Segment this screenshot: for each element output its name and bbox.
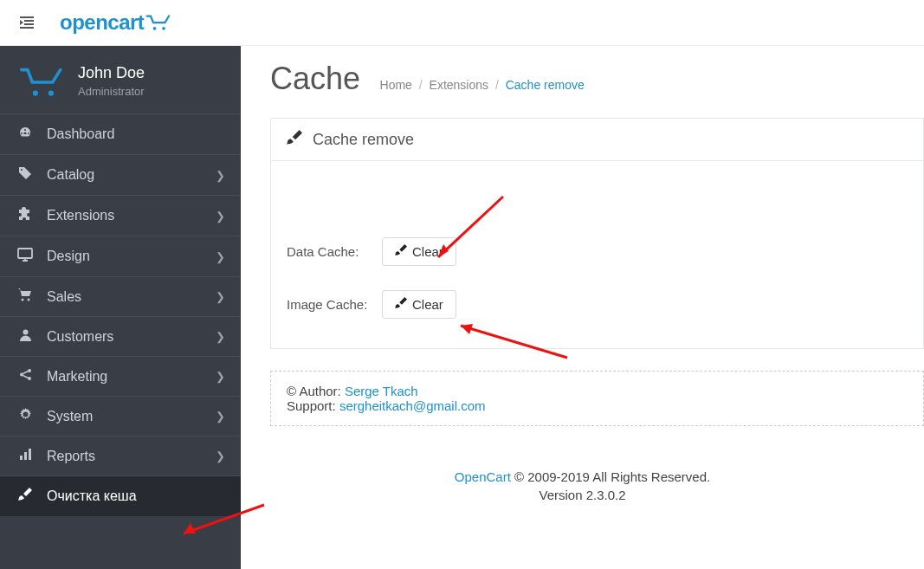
menu-indent-icon <box>20 16 34 29</box>
author-prefix: © Author: <box>287 384 345 398</box>
logo-text-open: open <box>60 10 107 34</box>
brush-icon <box>395 297 407 312</box>
chevron-right-icon: ❯ <box>216 410 225 423</box>
tag-icon <box>16 166 35 184</box>
sidebar-item-customers[interactable]: Customers ❯ <box>0 316 241 356</box>
panel-title: Cache remove <box>313 131 414 149</box>
breadcrumb-home[interactable]: Home <box>380 78 412 92</box>
clear-image-cache-button[interactable]: Clear <box>382 290 456 319</box>
sidebar-item-reports[interactable]: Reports ❯ <box>0 436 241 475</box>
sidebar-item-catalog[interactable]: Catalog ❯ <box>0 154 241 195</box>
support-link[interactable]: sergheitkach@gmail.com <box>339 398 486 413</box>
svg-point-1 <box>162 27 165 30</box>
sidebar-item-label: Marketing <box>47 369 107 385</box>
sidebar-item-sales[interactable]: Sales ❯ <box>0 276 241 316</box>
sidebar-item-marketing[interactable]: Marketing ❯ <box>0 356 241 396</box>
chevron-right-icon: ❯ <box>216 210 225 223</box>
cart-small-icon <box>16 288 35 305</box>
share-icon <box>16 368 35 385</box>
sidebar: John Doe Administrator Dashboard Catalog… <box>0 46 241 569</box>
profile-role: Administrator <box>78 85 145 98</box>
monitor-icon <box>16 248 35 265</box>
sidebar-item-label: Extensions <box>47 208 114 223</box>
profile-block: John Doe Administrator <box>0 46 241 113</box>
logo-text-cart: cart <box>107 10 144 34</box>
support-prefix: Support: <box>287 398 339 413</box>
image-cache-label: Image Cache: <box>287 297 373 312</box>
sidebar-item-label: Design <box>47 249 90 264</box>
sidebar-item-label: Dashboard <box>47 126 114 142</box>
data-cache-label: Data Cache: <box>287 244 373 259</box>
svg-rect-4 <box>18 249 32 258</box>
svg-point-7 <box>23 330 28 335</box>
svg-point-0 <box>153 27 157 30</box>
chevron-right-icon: ❯ <box>216 449 225 462</box>
footer-version: Version 2.3.0.2 <box>241 488 924 502</box>
sidebar-item-extensions[interactable]: Extensions ❯ <box>0 195 241 236</box>
brush-icon <box>287 130 302 149</box>
breadcrumb: Home / Extensions / Cache remove <box>380 78 585 92</box>
sidebar-item-label: Customers <box>47 329 113 345</box>
author-link[interactable]: Serge Tkach <box>345 384 418 398</box>
svg-point-3 <box>48 90 54 95</box>
panel-cache-remove: Cache remove Data Cache: Clear Image Cac… <box>270 118 924 349</box>
logo-link[interactable]: opencart <box>60 10 171 35</box>
footer-rights: OpenCart © 2009-2019 All Rights Reserved… <box>241 469 924 484</box>
sidebar-item-cache-clear[interactable]: Очистка кеша <box>0 475 241 516</box>
clear-button-label: Clear <box>412 297 443 312</box>
profile-cart-icon <box>16 63 69 98</box>
sidebar-item-label: System <box>47 409 93 424</box>
chevron-right-icon: ❯ <box>216 169 225 182</box>
clear-data-cache-button[interactable]: Clear <box>382 237 456 266</box>
chevron-right-icon: ❯ <box>216 290 225 303</box>
breadcrumb-current[interactable]: Cache remove <box>506 78 585 92</box>
sidebar-item-label: Catalog <box>47 167 94 183</box>
sidebar-item-system[interactable]: System ❯ <box>0 396 241 436</box>
sidebar-item-design[interactable]: Design ❯ <box>0 236 241 276</box>
cart-icon <box>145 14 171 31</box>
chevron-right-icon: ❯ <box>216 370 225 383</box>
svg-point-2 <box>33 90 38 95</box>
brush-icon <box>395 244 407 259</box>
brush-icon <box>16 488 35 505</box>
sidebar-item-dashboard[interactable]: Dashboard <box>0 113 241 154</box>
chevron-right-icon: ❯ <box>216 330 225 343</box>
footer-brand-link[interactable]: OpenCart <box>455 469 511 484</box>
author-box: © Author: Serge Tkach Support: sergheitk… <box>270 371 924 426</box>
menu-toggle-button[interactable] <box>13 9 41 36</box>
breadcrumb-extensions[interactable]: Extensions <box>430 78 488 92</box>
gear-icon <box>16 408 35 424</box>
sidebar-item-label: Sales <box>47 289 81 305</box>
sidebar-item-label: Очистка кеша <box>47 488 137 504</box>
clear-button-label: Clear <box>412 244 443 259</box>
sidebar-item-label: Reports <box>47 449 95 464</box>
dashboard-icon <box>16 126 35 143</box>
page-title: Cache <box>270 61 360 97</box>
user-icon <box>16 328 35 345</box>
puzzle-icon <box>16 207 35 224</box>
svg-point-10 <box>28 377 31 380</box>
svg-point-9 <box>28 369 31 372</box>
svg-point-6 <box>27 299 29 301</box>
bars-icon <box>16 448 35 464</box>
profile-name: John Doe <box>78 64 145 82</box>
chevron-right-icon: ❯ <box>216 250 225 263</box>
content-area: Cache Home / Extensions / Cache remove C… <box>241 46 924 569</box>
svg-point-5 <box>21 299 23 301</box>
